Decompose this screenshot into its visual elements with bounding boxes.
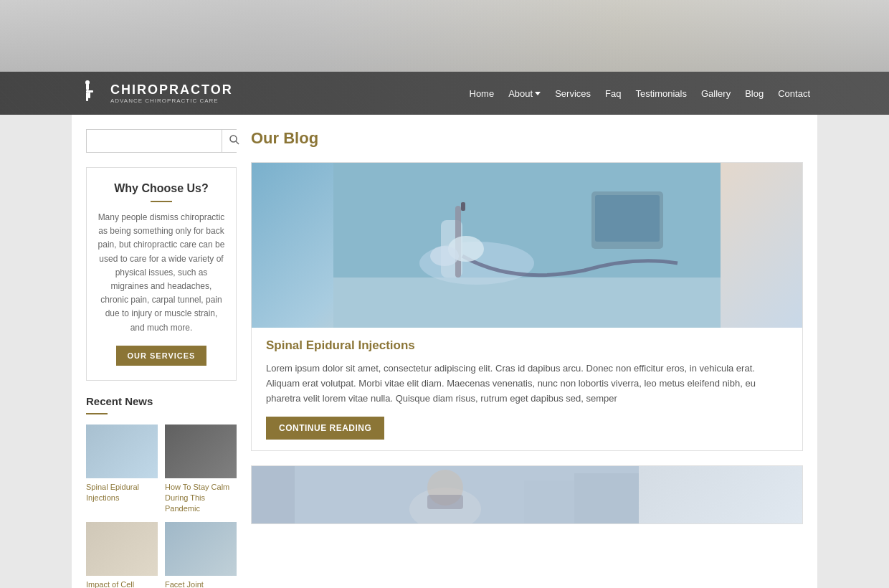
search-box [86, 129, 237, 153]
nav-link-about[interactable]: About [508, 88, 541, 99]
why-choose-text: Many people dismiss chiropractic as bein… [98, 211, 225, 335]
post-excerpt-1: Lorem ipsum dolor sit amet, consectetur … [266, 361, 788, 406]
dropdown-arrow-about [535, 92, 541, 95]
search-icon [229, 135, 239, 145]
svg-rect-21 [252, 466, 295, 523]
logo: CHIROPRACTOR ADVANCE CHIROPRACTIC CARE [79, 80, 233, 106]
nav-link-gallery[interactable]: Gallery [701, 88, 731, 99]
svg-rect-23 [524, 480, 574, 523]
blog-title: Our Blog [251, 129, 803, 148]
logo-title: CHIROPRACTOR [110, 82, 233, 98]
main-content: Our Blog [251, 129, 803, 588]
nav-link-testimonials[interactable]: Testimonials [635, 88, 687, 99]
search-input[interactable] [87, 130, 222, 152]
news-caption-3: Facet Joint Injections [165, 579, 237, 588]
recent-news-divider [86, 413, 108, 414]
page-wrapper: CHIROPRACTOR ADVANCE CHIROPRACTIC CARE H… [0, 0, 889, 588]
svg-point-5 [230, 136, 237, 142]
news-caption-0: Spinal Epidural Injections [86, 482, 158, 504]
surgery-scene [252, 163, 802, 328]
news-grid: Spinal Epidural InjectionsHow To Stay Ca… [86, 425, 237, 588]
svg-rect-2 [86, 90, 93, 93]
nav-link-faq[interactable]: Faq [605, 88, 621, 99]
sidebar: Why Choose Us? Many people dismiss chiro… [86, 129, 237, 588]
blog-post-2 [251, 465, 803, 524]
post-image-2 [252, 466, 802, 523]
header: CHIROPRACTOR ADVANCE CHIROPRACTIC CARE H… [0, 72, 889, 115]
svg-rect-22 [574, 473, 639, 523]
nav-link-services[interactable]: Services [555, 88, 591, 99]
logo-text-area: CHIROPRACTOR ADVANCE CHIROPRACTIC CARE [110, 82, 233, 104]
blog-post-1: Spinal Epidural Injections Lorem ipsum d… [251, 162, 803, 451]
nav-label-faq: Faq [605, 88, 621, 99]
nav-label-blog: Blog [745, 88, 764, 99]
news-thumb-0 [86, 425, 158, 478]
svg-point-16 [430, 246, 459, 266]
recent-news-title: Recent News [86, 395, 237, 407]
continue-reading-button-1[interactable]: CONTINUE READING [266, 417, 384, 440]
our-services-button[interactable]: OUR SERVICES [116, 346, 207, 366]
nav-label-contact: Contact [778, 88, 810, 99]
svg-line-6 [236, 141, 239, 144]
surgery-scene-2 [252, 466, 802, 523]
svg-rect-3 [86, 93, 88, 101]
news-thumb-2 [86, 522, 158, 576]
nav-label-home: Home [470, 88, 495, 99]
news-item-3[interactable]: Facet Joint Injections [165, 522, 237, 588]
site-content: Why Choose Us? Many people dismiss chiro… [72, 115, 817, 588]
main-nav: Home About Services Faq Testimonials Gal… [470, 87, 811, 99]
svg-rect-14 [333, 278, 721, 328]
recent-news-section: Recent News Spinal Epidural InjectionsHo… [86, 395, 237, 588]
nav-label-about: About [508, 88, 533, 99]
search-button[interactable] [222, 130, 247, 152]
post-body-1: Spinal Epidural Injections Lorem ipsum d… [252, 328, 802, 450]
news-thumb-3 [165, 522, 237, 576]
news-item-1[interactable]: How To Stay Calm During This Pandemic [165, 425, 237, 515]
logo-icon [79, 80, 105, 106]
svg-rect-20 [427, 495, 463, 509]
nav-link-blog[interactable]: Blog [745, 88, 764, 99]
nav-label-testimonials: Testimonials [635, 88, 687, 99]
nav-link-contact[interactable]: Contact [778, 88, 810, 99]
news-item-2[interactable]: Impact of Cell Phones [86, 522, 158, 588]
news-item-0[interactable]: Spinal Epidural Injections [86, 425, 158, 515]
svg-rect-11 [461, 202, 465, 211]
logo-subtitle: ADVANCE CHIROPRACTIC CARE [110, 98, 233, 104]
post2-svg [252, 466, 639, 523]
news-thumb-1 [165, 425, 237, 478]
why-choose-divider [151, 201, 172, 202]
post-title-1: Spinal Epidural Injections [266, 338, 788, 353]
post-image-1 [252, 163, 802, 328]
svg-point-1 [85, 80, 90, 85]
top-banner [0, 0, 889, 72]
nav-label-gallery: Gallery [701, 88, 731, 99]
why-choose-title: Why Choose Us? [98, 182, 225, 195]
news-caption-2: Impact of Cell Phones [86, 579, 158, 588]
surgery-svg [333, 163, 721, 328]
news-caption-1: How To Stay Calm During This Pandemic [165, 482, 237, 515]
svg-rect-4 [88, 93, 90, 98]
nav-label-services: Services [555, 88, 591, 99]
nav-link-home[interactable]: Home [470, 88, 495, 99]
svg-rect-13 [595, 195, 660, 242]
why-choose-box: Why Choose Us? Many people dismiss chiro… [86, 167, 237, 381]
